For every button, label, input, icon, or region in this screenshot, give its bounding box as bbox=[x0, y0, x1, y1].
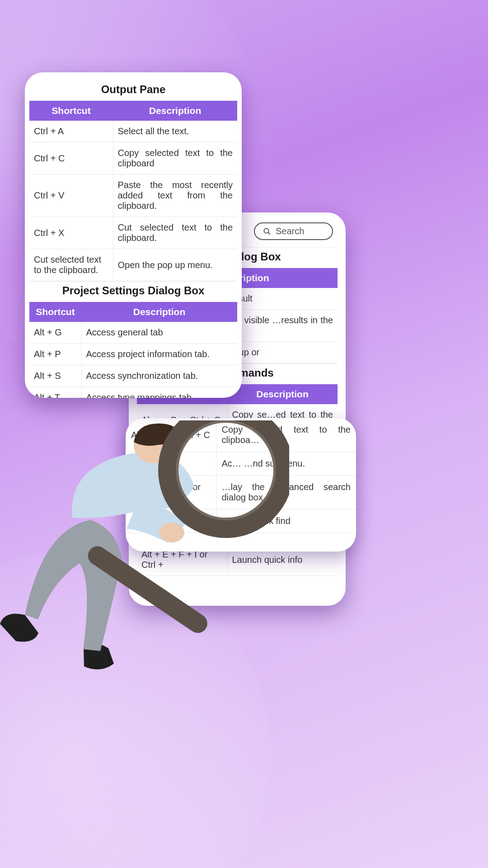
table-row: Ctrl + VPaste the most recently added te… bbox=[29, 175, 237, 217]
svg-point-2 bbox=[159, 523, 184, 542]
col-description: Description bbox=[81, 302, 237, 322]
table-row: Ctrl + ASelect all the text. bbox=[29, 121, 237, 142]
table-row: Alt + PAccess project information tab. bbox=[29, 344, 237, 365]
search-placeholder: Search bbox=[276, 226, 304, 236]
svg-line-1 bbox=[268, 232, 270, 235]
search-icon bbox=[263, 227, 271, 236]
table-row: Ctrl + XCut selected text to the clipboa… bbox=[29, 217, 237, 249]
person-magnifier-illustration bbox=[0, 420, 289, 674]
table-row: Alt + GAccess general tab bbox=[29, 322, 237, 344]
col-shortcut: Shortcut bbox=[29, 302, 81, 322]
col-shortcut: Shortcut bbox=[29, 101, 113, 121]
card-output-project: Output Pane Shortcut Description Ctrl + … bbox=[25, 72, 242, 398]
table-row: Ctrl + CCopy selected text to the clipbo… bbox=[29, 142, 237, 175]
table-row: Cut selected text to the clipboard.Open … bbox=[29, 249, 237, 281]
svg-point-0 bbox=[264, 228, 269, 233]
table-header-row: Shortcut Description bbox=[29, 101, 237, 121]
table-project-settings: Shortcut Description Alt + GAccess gener… bbox=[29, 302, 237, 398]
table-row: Alt + SAccess synchronization tab. bbox=[29, 365, 237, 387]
section-title-output-pane: Output Pane bbox=[29, 80, 237, 101]
table-output-pane: Shortcut Description Ctrl + ASelect all … bbox=[29, 101, 237, 281]
section-title-project-settings: Project Settings Dialog Box bbox=[29, 281, 237, 302]
table-header-row: Shortcut Description bbox=[29, 302, 237, 322]
col-description: Description bbox=[113, 101, 237, 121]
col-description: Description bbox=[227, 384, 338, 404]
search-input[interactable]: Search bbox=[254, 222, 333, 240]
table-row: Alt + TAccess type mappings tab. bbox=[29, 387, 237, 398]
